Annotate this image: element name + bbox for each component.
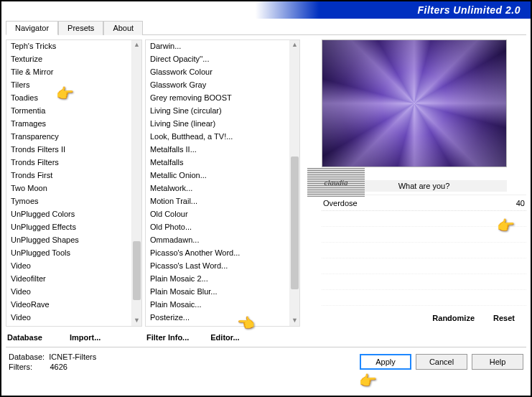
list-item[interactable]: UnPlugged Colors (6, 208, 131, 221)
list-item[interactable]: Video (6, 286, 131, 299)
randomize-button[interactable]: Randomize (431, 312, 476, 324)
list-item[interactable]: Ommadawn... (146, 234, 289, 247)
list-item[interactable]: Darwin... (146, 40, 289, 53)
list-item[interactable]: Plain Mosaic Blur... (146, 286, 289, 299)
apply-button[interactable]: Apply (360, 354, 411, 370)
list-item[interactable]: Tronds Filters (6, 157, 131, 169)
list-item[interactable]: Plain Mosaic... (146, 299, 289, 312)
list-item[interactable]: Metallic Onion... (146, 169, 289, 182)
preview-image (322, 39, 507, 167)
scrollbar[interactable]: ▲ ▼ (131, 40, 141, 326)
tab-presets[interactable]: Presets (58, 21, 103, 35)
cancel-button[interactable]: Cancel (416, 354, 467, 370)
list-item[interactable]: Glasswork Colour (146, 66, 289, 79)
database-button[interactable]: Database (6, 331, 44, 344)
list-item[interactable]: Living Sine (circular) (146, 105, 289, 118)
list-item[interactable]: Videofilter (6, 273, 131, 286)
list-item[interactable]: Tymoes (6, 195, 131, 208)
list-item[interactable]: Metalwork... (146, 182, 289, 195)
tab-navigator[interactable]: Navigator (6, 21, 58, 35)
list-item[interactable]: Picasso's Last Word... (146, 260, 289, 273)
list-item[interactable]: UnPlugged Tools (6, 247, 131, 260)
scroll-down-icon[interactable]: ▼ (290, 316, 299, 326)
list-item[interactable]: Direct Opacity''... (146, 53, 289, 66)
list-item[interactable]: Plain Mosaic 2... (146, 273, 289, 286)
list-item[interactable]: Tronds Filters II (6, 144, 131, 157)
list-item[interactable]: Look, Butthead, a TV!... (146, 131, 289, 144)
list-item[interactable]: UnPlugged Shapes (6, 234, 131, 247)
list-item[interactable]: Tramages (6, 118, 131, 131)
db-label: Database: (9, 352, 45, 361)
param-name: Overdose (323, 199, 505, 207)
tab-bar: Navigator Presets About (6, 20, 526, 35)
list-item[interactable]: Transparency (6, 131, 131, 144)
db-value: ICNET-Filters (49, 352, 96, 361)
list-item[interactable]: Glasswork Gray (146, 79, 289, 92)
list-item[interactable]: Tilers (6, 79, 131, 92)
list-item[interactable]: Toadies (6, 92, 131, 105)
pointer-icon: 👉 (359, 372, 377, 389)
footer: Database: ICNET-Filters Filters: 4626 Ap… (6, 347, 526, 372)
category-list[interactable]: Teph's TricksTexturizeTile & MirrorTiler… (6, 39, 142, 327)
filter-list[interactable]: Darwin...Direct Opacity''...Glasswork Co… (145, 39, 300, 327)
app-title: Filters Unlimited 2.0 (417, 4, 521, 16)
scrollbar[interactable]: ▲ ▼ (289, 40, 299, 326)
list-item[interactable]: Rasterline... (146, 324, 289, 326)
tab-about[interactable]: About (103, 21, 143, 35)
list-item[interactable]: Video (6, 312, 131, 324)
list-item[interactable]: Teph's Tricks (6, 40, 131, 53)
editor-button[interactable]: Editor... (209, 331, 241, 344)
list-item[interactable]: Picasso's Another Word... (146, 247, 289, 260)
list-item[interactable]: Old Photo... (146, 221, 289, 234)
filter-info-button[interactable]: Filter Info... (145, 331, 190, 344)
list-item[interactable]: Posterize... (146, 312, 289, 324)
scroll-down-icon[interactable]: ▼ (132, 316, 141, 326)
list-item[interactable]: Living Sine (linear) (146, 118, 289, 131)
list-item[interactable]: Texturize (6, 53, 131, 66)
watermark: claudia (307, 168, 365, 197)
import-button[interactable]: Import... (68, 331, 102, 344)
list-item[interactable]: UnPlugged Effects (6, 221, 131, 234)
list-item[interactable]: Old Colour (146, 208, 289, 221)
list-item[interactable]: Metalfalls II... (146, 144, 289, 157)
title-bar: Filters Unlimited 2.0 (1, 1, 531, 19)
list-item[interactable]: VideoRave (6, 299, 131, 312)
list-item[interactable]: Video (6, 260, 131, 273)
scroll-up-icon[interactable]: ▲ (132, 40, 141, 50)
param-value: 40 (505, 199, 525, 207)
list-item[interactable]: Tronds First (6, 169, 131, 182)
list-item[interactable]: Tile & Mirror (6, 66, 131, 79)
list-item[interactable]: Tormentia (6, 105, 131, 118)
list-item[interactable]: Motion Trail... (146, 195, 289, 208)
help-button[interactable]: Help (472, 354, 523, 370)
scroll-up-icon[interactable]: ▲ (290, 40, 299, 50)
list-item[interactable]: Grey removing BOOST (146, 92, 289, 105)
list-item[interactable]: Visual Manipulation (6, 324, 131, 326)
reset-button[interactable]: Reset (492, 312, 516, 324)
filters-label: Filters: (9, 363, 32, 371)
list-item[interactable]: Two Moon (6, 182, 131, 195)
filters-value: 4626 (50, 363, 67, 371)
list-item[interactable]: Metalfalls (146, 157, 289, 169)
param-row[interactable]: Overdose 40 (322, 195, 526, 211)
